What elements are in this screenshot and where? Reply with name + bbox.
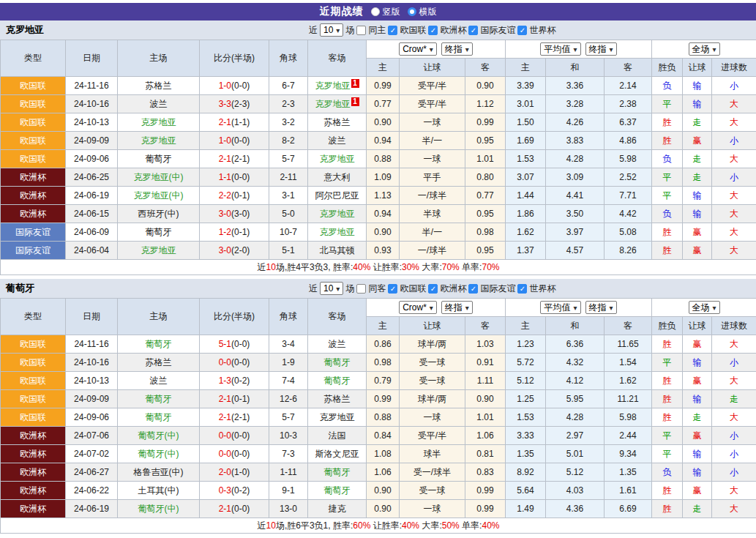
match-row: 欧洲杯24-06-27格鲁吉亚(中)2-0(1-0)1-11葡萄牙1.06受一/… bbox=[1, 463, 756, 482]
odds-column-header-3: 主 bbox=[506, 59, 546, 77]
odds-away: 0.91 bbox=[465, 354, 506, 372]
full-match-select[interactable]: 全场▾ bbox=[689, 301, 720, 314]
home-team: 波兰 bbox=[118, 372, 200, 390]
away-team: 波兰 bbox=[308, 132, 367, 150]
avg-odds-draw: 3.09 bbox=[546, 168, 605, 187]
odds-column-header-3: 主 bbox=[506, 317, 546, 335]
result-handicap: 赢 bbox=[683, 132, 712, 150]
score-cell: 2-2(0-1) bbox=[200, 187, 269, 205]
odds-time-select-1[interactable]: 终指▾ bbox=[441, 301, 473, 314]
handicap-line: 球半 bbox=[400, 445, 465, 463]
odds-column-header-8: 进球数 bbox=[712, 317, 756, 335]
handicap-line: 受一球 bbox=[400, 372, 465, 390]
match-count-select[interactable]: 10▾ bbox=[320, 282, 343, 295]
league-badge: 欧国联 bbox=[1, 372, 66, 390]
league-filter-checkbox-2[interactable]: ✓ bbox=[468, 26, 478, 35]
odds-home: 0.86 bbox=[367, 335, 400, 354]
league-filter-checkbox-3[interactable]: ✓ bbox=[517, 26, 527, 35]
result-outcome: 胜 bbox=[652, 372, 683, 390]
match-count-select[interactable]: 10▾ bbox=[320, 23, 343, 37]
avg-odds-away: 5.98 bbox=[605, 150, 652, 168]
red-card-badge: 1 bbox=[351, 97, 359, 106]
odds-away: 0.99 bbox=[465, 500, 506, 518]
radio-selected-icon[interactable] bbox=[408, 7, 416, 16]
bookmaker-select[interactable]: Crow*▾ bbox=[399, 301, 437, 314]
handicap-line: 半/一 bbox=[400, 223, 465, 242]
chevron-down-icon: ▾ bbox=[336, 25, 340, 36]
column-header-3: 比分(半场) bbox=[200, 299, 269, 335]
layout-option-horizontal[interactable]: 横版 bbox=[408, 6, 437, 18]
league-filter-checkbox-1[interactable]: ✓ bbox=[428, 26, 438, 35]
handicap-line: 一/球半 bbox=[400, 242, 465, 260]
same-side-checkbox[interactable] bbox=[356, 26, 366, 35]
away-team: 波兰 bbox=[308, 335, 367, 354]
avg-odds-away: 5.08 bbox=[605, 223, 652, 242]
summary-rate-value-0: 40% bbox=[353, 262, 370, 272]
result-handicap: 走 bbox=[683, 500, 712, 518]
average-select[interactable]: 平均值▾ bbox=[540, 301, 580, 314]
odds-home: 0.93 bbox=[367, 242, 400, 260]
odds-away: 1.01 bbox=[465, 408, 506, 427]
match-row: 国际友谊24-06-04克罗地亚3-0(2-0)5-1北马其顿0.93一/球半0… bbox=[1, 242, 756, 260]
radio-unselected-icon[interactable] bbox=[371, 7, 380, 16]
team-name: 葡萄牙 bbox=[6, 282, 34, 295]
odds-time-select-2[interactable]: 终指▾ bbox=[585, 42, 617, 56]
bookmaker-select[interactable]: Crow*▾ bbox=[399, 42, 437, 56]
league-filter-checkbox-0[interactable]: ✓ bbox=[388, 284, 397, 294]
score-cell: 0-0(0-0) bbox=[200, 445, 269, 463]
layout-option-vertical[interactable]: 竖版 bbox=[371, 6, 400, 18]
summary-record: 场,胜4平3负3, bbox=[276, 262, 331, 272]
league-filter-checkbox-0[interactable]: ✓ bbox=[388, 26, 397, 35]
same-side-checkbox[interactable] bbox=[356, 284, 366, 294]
summary-rate-label-3: 单率: bbox=[462, 520, 482, 531]
away-team-name: 葡萄牙 bbox=[324, 376, 351, 386]
odds-time-select-1[interactable]: 终指▾ bbox=[441, 42, 473, 56]
odds-home: 1.09 bbox=[367, 168, 400, 187]
score-cell: 1-0(0-0) bbox=[200, 77, 269, 95]
summary-row: 近10场,胜4平3负3, 胜率:40% 让胜率:30% 大率:70% 单率:70… bbox=[1, 260, 756, 275]
score-cell: 0-0(0-0) bbox=[200, 427, 269, 445]
corner-count: 3-4 bbox=[269, 335, 308, 354]
result-handicap: 输 bbox=[683, 95, 712, 113]
home-team: 克罗地亚 bbox=[118, 132, 200, 150]
avg-odds-draw: 4.26 bbox=[546, 113, 605, 132]
avg-odds-draw: 4.28 bbox=[546, 408, 605, 427]
avg-odds-away: 4.42 bbox=[605, 205, 652, 223]
league-badge: 欧国联 bbox=[1, 95, 66, 113]
full-time-score: 0-0 bbox=[219, 430, 231, 441]
layout-option-vertical-label[interactable]: 竖版 bbox=[383, 6, 400, 18]
home-team-name: 葡萄牙 bbox=[146, 339, 172, 349]
team-name: 克罗地亚 bbox=[6, 23, 44, 37]
result-handicap: 走 bbox=[683, 408, 712, 427]
handicap-line: 半球 bbox=[400, 205, 465, 223]
handicap-line: 球半/两 bbox=[400, 390, 465, 408]
away-team: 苏格兰 bbox=[308, 390, 367, 408]
result-outcome: 胜 bbox=[652, 132, 683, 150]
league-filter-checkbox-1[interactable]: ✓ bbox=[428, 284, 438, 294]
result-handicap: 输 bbox=[683, 445, 712, 463]
away-team-name: 法国 bbox=[329, 430, 346, 441]
match-row: 欧洲杯24-06-22土耳其(中)0-3(0-2)9-1葡萄牙0.90受一球0.… bbox=[1, 482, 756, 500]
odds-time-select-2[interactable]: 终指▾ bbox=[585, 301, 617, 314]
home-team: 克罗地亚(中) bbox=[118, 168, 200, 187]
avg-odds-home: 3.07 bbox=[506, 168, 546, 187]
avg-odds-home: 1.69 bbox=[506, 132, 546, 150]
result-goals: 大 bbox=[712, 187, 756, 205]
period-group: 全场▾ bbox=[652, 40, 756, 59]
odds-away: 1.01 bbox=[465, 150, 506, 168]
odds-home: 0.90 bbox=[367, 223, 400, 242]
full-match-select[interactable]: 全场▾ bbox=[689, 42, 720, 56]
average-select[interactable]: 平均值▾ bbox=[540, 42, 580, 56]
full-time-score: 1-1 bbox=[219, 172, 231, 182]
away-team: 克罗地亚1 bbox=[308, 95, 367, 113]
away-team-name: 克罗地亚 bbox=[315, 99, 351, 109]
filters-bar: 近10▾场同客✓欧国联✓欧洲杯✓国际友谊✓世界杯 bbox=[309, 279, 555, 298]
odds-time-select-1-value: 终指 bbox=[445, 302, 463, 313]
avg-odds-away: 6.69 bbox=[605, 500, 652, 518]
home-team: 格鲁吉亚(中) bbox=[118, 463, 200, 482]
layout-option-horizontal-label[interactable]: 横版 bbox=[419, 6, 437, 18]
league-filter-checkbox-3[interactable]: ✓ bbox=[517, 284, 527, 294]
home-team: 克罗地亚 bbox=[118, 242, 200, 260]
column-header-1: 日期 bbox=[66, 40, 118, 77]
league-filter-checkbox-2[interactable]: ✓ bbox=[468, 284, 478, 294]
